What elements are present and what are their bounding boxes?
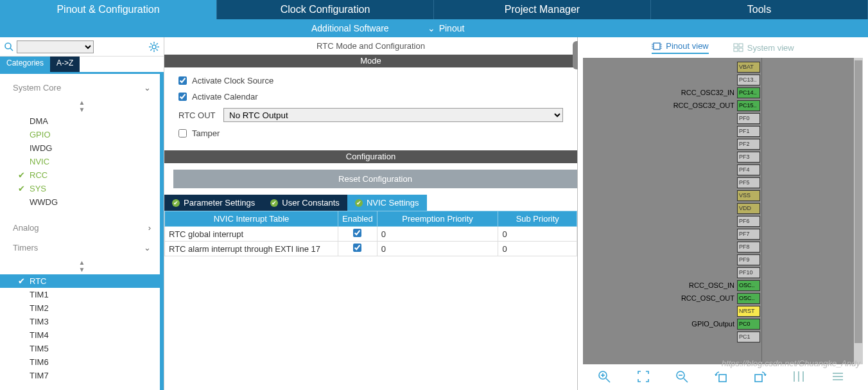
table-row[interactable]: RTC global interrupt 0 0	[165, 227, 577, 242]
search-icon[interactable]	[4, 42, 14, 52]
pin-box[interactable]: OSC..	[737, 293, 760, 304]
sidebar-item-tim7[interactable]: TIM7	[0, 369, 164, 382]
col-preempt[interactable]: Preemption Priority	[377, 211, 498, 227]
pin-row[interactable]: PF3	[673, 150, 760, 163]
table-row[interactable]: RTC alarm interrupt through EXTI line 17…	[165, 242, 577, 256]
sidebar-item-rcc[interactable]: ✔RCC	[0, 168, 164, 182]
system-view-tab[interactable]: System view	[733, 41, 794, 54]
pin-row[interactable]: PF2	[673, 137, 760, 150]
pin-row[interactable]: PC1	[673, 330, 760, 343]
col-sub[interactable]: Sub Priority	[498, 211, 577, 227]
pin-box[interactable]: PF2	[737, 139, 760, 150]
pin-row[interactable]: GPIO_OutputPC0	[673, 317, 760, 330]
gear-icon[interactable]	[148, 41, 160, 53]
pin-row[interactable]: RCC_OSC32_INPC14..	[673, 86, 760, 99]
sidebar-scrollbar[interactable]	[160, 74, 164, 390]
pinout-dropdown[interactable]: Pinout	[439, 23, 465, 33]
pin-box[interactable]: PF7	[737, 229, 760, 240]
menu-icon[interactable]	[831, 369, 849, 384]
sidebar-item-tim6[interactable]: TIM6	[0, 355, 164, 369]
col-interrupt[interactable]: NVIC Interrupt Table	[165, 211, 338, 227]
pin-box[interactable]: PF1	[737, 126, 760, 137]
group-system-core[interactable]: System Core ⌄	[0, 78, 164, 98]
pin-box[interactable]: PF4	[737, 164, 760, 175]
tab-user-constants[interactable]: ✔User Constants	[263, 195, 347, 211]
tab-parameter-settings[interactable]: ✔Parameter Settings	[164, 195, 263, 211]
pin-row[interactable]: PF9	[673, 253, 760, 266]
categories-tab[interactable]: Categories	[0, 57, 50, 72]
sort-icon[interactable]: ▲▼	[0, 258, 164, 274]
col-enabled[interactable]: Enabled	[338, 211, 378, 227]
pin-row[interactable]: PF1	[673, 125, 760, 137]
sidebar-item-tim2[interactable]: TIM2	[0, 301, 164, 315]
sidebar-item-rtc[interactable]: ✔RTC	[0, 274, 164, 288]
panel-grip-icon[interactable]	[573, 41, 578, 69]
pin-row[interactable]: PF7	[673, 227, 760, 240]
group-analog[interactable]: Analog ›	[0, 218, 164, 238]
tamper-checkbox[interactable]	[178, 129, 187, 137]
grid-icon[interactable]	[792, 369, 810, 384]
pin-row[interactable]: PF6	[673, 215, 760, 227]
pin-box[interactable]: VSS	[737, 190, 760, 201]
sidebar-item-dma[interactable]: DMA	[0, 114, 164, 128]
scroll-thumb[interactable]	[855, 60, 862, 343]
pin-box[interactable]: OSC..	[737, 280, 760, 291]
sidebar-item-tim4[interactable]: TIM4	[0, 328, 164, 342]
pin-box[interactable]: PF0	[737, 113, 760, 124]
sidebar-item-tim5[interactable]: TIM5	[0, 342, 164, 355]
group-timers[interactable]: Timers ⌄	[0, 238, 164, 258]
pin-row[interactable]: VBAT	[673, 60, 760, 73]
pin-box[interactable]: PC13..	[737, 75, 760, 85]
chip-scrollbar[interactable]	[854, 58, 863, 364]
pin-box[interactable]: PC15..	[737, 100, 760, 111]
rotate-cw-icon[interactable]	[753, 369, 771, 384]
zoom-out-icon[interactable]	[675, 369, 693, 384]
pin-row[interactable]: VSS	[673, 189, 760, 202]
pin-row[interactable]: RCC_OSC_OUTOSC..	[673, 292, 760, 305]
sidebar-item-wwdg[interactable]: WWDG	[0, 195, 164, 209]
pin-box[interactable]: PC1	[737, 332, 760, 342]
pin-row[interactable]: NRST	[673, 305, 760, 317]
search-input[interactable]	[17, 40, 94, 53]
pin-box[interactable]: PF10	[737, 267, 760, 278]
pin-row[interactable]: PF4	[673, 163, 760, 176]
pin-row[interactable]: PF0	[673, 112, 760, 125]
tab-pinout[interactable]: Pinout & Configuration	[0, 0, 217, 19]
pin-box[interactable]: PC0	[737, 319, 760, 330]
pin-box[interactable]: NRST	[737, 306, 760, 317]
chip-canvas[interactable]: VBATPC13..RCC_OSC32_INPC14..RCC_OSC32_OU…	[583, 58, 863, 364]
pin-box[interactable]: PF6	[737, 216, 760, 227]
pin-box[interactable]: PF5	[737, 177, 760, 188]
pin-box[interactable]: VDD	[737, 203, 760, 214]
tab-clock[interactable]: Clock Configuration	[217, 0, 434, 19]
az-tab[interactable]: A->Z	[50, 57, 80, 72]
pin-row[interactable]: PF10	[673, 266, 760, 279]
sidebar-item-tim3[interactable]: TIM3	[0, 315, 164, 328]
tab-nvic-settings[interactable]: ✔NVIC Settings	[347, 195, 427, 211]
additional-software-link[interactable]: Additional Software	[311, 23, 389, 33]
pin-row[interactable]: PF8	[673, 240, 760, 253]
pin-box[interactable]: PF3	[737, 152, 760, 163]
pin-box[interactable]: PF8	[737, 242, 760, 253]
pin-box[interactable]: PF9	[737, 254, 760, 265]
rtc-out-select[interactable]: No RTC Output	[223, 108, 563, 122]
pin-row[interactable]: RCC_OSC32_OUTPC15..	[673, 99, 760, 112]
sort-icon[interactable]: ▲▼	[0, 98, 164, 114]
sidebar-item-gpio[interactable]: GPIO	[0, 128, 164, 141]
pin-row[interactable]: RCC_OSC_INOSC..	[673, 279, 760, 292]
cell-sub[interactable]: 0	[498, 242, 577, 256]
fit-icon[interactable]	[636, 369, 654, 384]
cell-sub[interactable]: 0	[498, 227, 577, 242]
pin-row[interactable]: VDD	[673, 202, 760, 215]
zoom-in-icon[interactable]	[597, 369, 615, 384]
sidebar-item-tim1[interactable]: TIM1	[0, 288, 164, 301]
sidebar-item-nvic[interactable]: NVIC	[0, 155, 164, 168]
pinout-view-tab[interactable]: Pinout view	[652, 41, 708, 54]
pin-row[interactable]: PC13..	[673, 73, 760, 86]
peripheral-tree[interactable]: System Core ⌄ ▲▼ DMA GPIO IWDG NVIC ✔RCC…	[0, 72, 164, 390]
activate-clock-checkbox[interactable]	[178, 76, 187, 85]
pin-row[interactable]: PF5	[673, 176, 760, 189]
reset-configuration-button[interactable]: Reset Configuration	[173, 170, 577, 188]
sidebar-item-sys[interactable]: ✔SYS	[0, 182, 164, 195]
pin-box[interactable]: PC14..	[737, 87, 760, 98]
